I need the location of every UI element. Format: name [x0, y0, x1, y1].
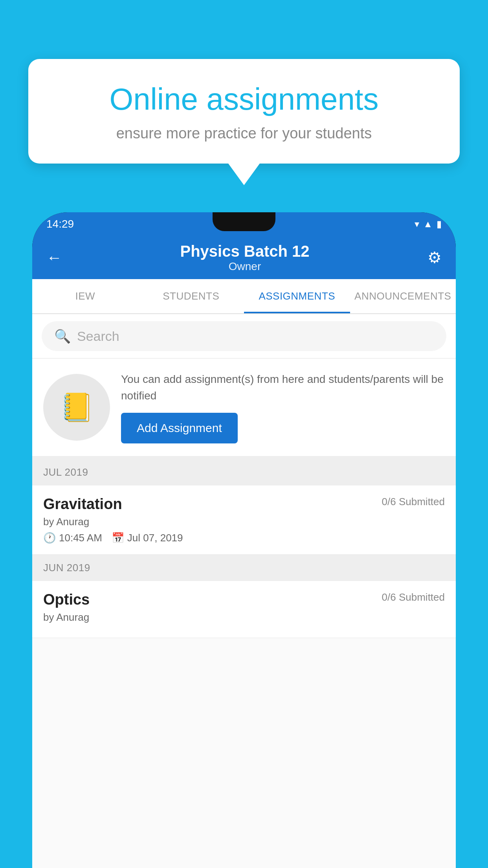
- notch: [213, 212, 275, 231]
- assignment-date: Jul 07, 2019: [127, 532, 183, 544]
- app-bar-title: Physics Batch 12: [180, 243, 309, 260]
- assignment-item-optics[interactable]: Optics 0/6 Submitted by Anurag: [32, 581, 456, 638]
- add-assignment-content: You can add assignment(s) from here and …: [121, 371, 445, 443]
- assignment-meta: 🕐 10:45 AM 📅 Jul 07, 2019: [43, 532, 445, 544]
- search-bar[interactable]: 🔍 Search: [42, 321, 446, 351]
- speech-bubble-tail: [228, 164, 260, 185]
- bubble-subtitle: ensure more practice for your students: [56, 125, 432, 142]
- signal-icon: ▲: [423, 219, 433, 230]
- assignment-submitted: 0/6 Submitted: [382, 496, 445, 508]
- tab-announcements[interactable]: ANNOUNCEMENTS: [350, 279, 456, 313]
- speech-bubble: Online assignments ensure more practice …: [28, 59, 460, 164]
- assignment-submitted-optics: 0/6 Submitted: [382, 591, 445, 603]
- status-bar: 14:29 ▾ ▲ ▮: [32, 212, 456, 236]
- assignment-author-optics: by Anurag: [43, 611, 445, 623]
- search-icon: 🔍: [54, 328, 71, 344]
- promo-section: Online assignments ensure more practice …: [28, 59, 460, 185]
- battery-icon: ▮: [437, 219, 442, 230]
- assignment-author: by Anurag: [43, 516, 445, 528]
- phone-screen: IEW STUDENTS ASSIGNMENTS ANNOUNCEMENTS 🔍…: [32, 279, 456, 868]
- tabs-container: IEW STUDENTS ASSIGNMENTS ANNOUNCEMENTS: [32, 279, 456, 314]
- notebook-icon: 📒: [60, 391, 94, 423]
- assignment-row-top: Gravitation 0/6 Submitted: [43, 496, 445, 513]
- add-assignment-button[interactable]: Add Assignment: [121, 413, 238, 443]
- back-button[interactable]: ←: [46, 249, 62, 267]
- assignment-date-meta: 📅 Jul 07, 2019: [112, 532, 183, 544]
- tab-students[interactable]: STUDENTS: [138, 279, 244, 313]
- tab-iew[interactable]: IEW: [32, 279, 138, 313]
- search-placeholder: Search: [77, 329, 119, 344]
- add-assignment-section: 📒 You can add assignment(s) from here an…: [32, 359, 456, 459]
- status-time: 14:29: [46, 218, 74, 230]
- status-icons: ▾ ▲ ▮: [415, 219, 442, 230]
- assignment-item-gravitation[interactable]: Gravitation 0/6 Submitted by Anurag 🕐 10…: [32, 485, 456, 555]
- assignment-row-top-optics: Optics 0/6 Submitted: [43, 591, 445, 608]
- calendar-icon: 📅: [112, 532, 124, 544]
- month-header-jun: JUN 2019: [32, 555, 456, 581]
- wifi-icon: ▾: [415, 219, 419, 230]
- assignment-icon-circle: 📒: [43, 374, 110, 441]
- app-bar-subtitle: Owner: [180, 260, 309, 273]
- phone-frame: 14:29 ▾ ▲ ▮ ← Physics Batch 12 Owner ⚙ I…: [32, 212, 456, 868]
- tab-assignments[interactable]: ASSIGNMENTS: [244, 279, 350, 313]
- assignment-time: 10:45 AM: [59, 532, 102, 544]
- app-bar: ← Physics Batch 12 Owner ⚙: [32, 236, 456, 279]
- bubble-title: Online assignments: [56, 83, 432, 116]
- clock-icon: 🕐: [43, 532, 56, 544]
- add-assignment-description: You can add assignment(s) from here and …: [121, 371, 445, 404]
- assignment-name: Gravitation: [43, 496, 122, 513]
- search-container: 🔍 Search: [32, 314, 456, 359]
- settings-button[interactable]: ⚙: [427, 248, 442, 267]
- app-bar-center: Physics Batch 12 Owner: [180, 243, 309, 273]
- assignment-time-meta: 🕐 10:45 AM: [43, 532, 102, 544]
- assignment-name-optics: Optics: [43, 591, 90, 608]
- month-header-jul: JUL 2019: [32, 459, 456, 485]
